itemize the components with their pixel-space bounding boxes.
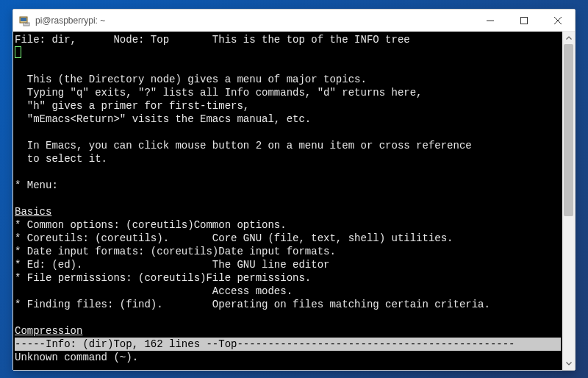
section-heading: Compression <box>15 324 561 338</box>
menu-item-line: Access modes. <box>15 285 561 298</box>
terminal-line: Typing "q" exits, "?" lists all Info com… <box>15 86 561 99</box>
menu-item-line: * Coreutils: (coreutils). Core GNU (file… <box>15 232 561 245</box>
menu-item-line: * Common options: (coreutils)Common opti… <box>15 218 561 232</box>
terminal-line <box>15 165 561 179</box>
close-button[interactable] <box>541 10 575 32</box>
scroll-down-button[interactable] <box>562 357 575 370</box>
window-title: pi@raspberrypi: ~ <box>35 15 473 26</box>
blank-line <box>15 192 561 205</box>
terminal[interactable]: File: dir, Node: Top This is the top of … <box>13 32 562 370</box>
terminal-line <box>15 126 561 139</box>
menu-item-line: * Date input formats: (coreutils)Date in… <box>15 245 561 258</box>
putty-icon <box>19 15 31 26</box>
scroll-up-button[interactable] <box>562 32 575 44</box>
scroll-track[interactable] <box>562 44 575 357</box>
maximize-button[interactable] <box>507 10 541 32</box>
titlebar[interactable]: pi@raspberrypi: ~ <box>13 10 575 32</box>
terminal-line: to select it. <box>15 152 561 165</box>
terminal-line: * Menu: <box>15 179 561 192</box>
cursor <box>15 46 21 58</box>
minimize-button[interactable] <box>473 10 507 32</box>
terminal-line: "h" gives a primer for first-timers, <box>15 99 561 113</box>
app-window: pi@raspberrypi: ~ File: dir, Node: Top T… <box>12 9 576 371</box>
svg-rect-5 <box>521 17 528 24</box>
menu-item-line: * Finding files: (find). Operating on fi… <box>15 298 561 311</box>
vertical-scrollbar[interactable] <box>562 32 575 370</box>
client-area: File: dir, Node: Top This is the top of … <box>13 32 575 370</box>
window-controls <box>473 10 575 32</box>
menu-item-line: * Ed: (ed). The GNU line editor <box>15 258 561 271</box>
cursor-line <box>15 46 561 60</box>
info-status-line: -----Info: (dir)Top, 162 lines --Top----… <box>15 338 561 351</box>
terminal-line: This (the Directory node) gives a menu o… <box>15 73 561 86</box>
terminal-line: In Emacs, you can click mouse button 2 o… <box>15 139 561 152</box>
svg-rect-1 <box>21 18 26 21</box>
terminal-line: "mEmacs<Return>" visits the Emacs manual… <box>15 113 561 126</box>
blank-line <box>15 311 561 324</box>
menu-item-line: * File permissions: (coreutils)File perm… <box>15 271 561 285</box>
section-heading: Basics <box>15 205 561 218</box>
scroll-thumb[interactable] <box>564 44 573 216</box>
terminal-line <box>15 60 561 73</box>
echo-area-line: Unknown command (~). <box>15 351 561 364</box>
info-header-line: File: dir, Node: Top This is the top of … <box>15 33 561 46</box>
